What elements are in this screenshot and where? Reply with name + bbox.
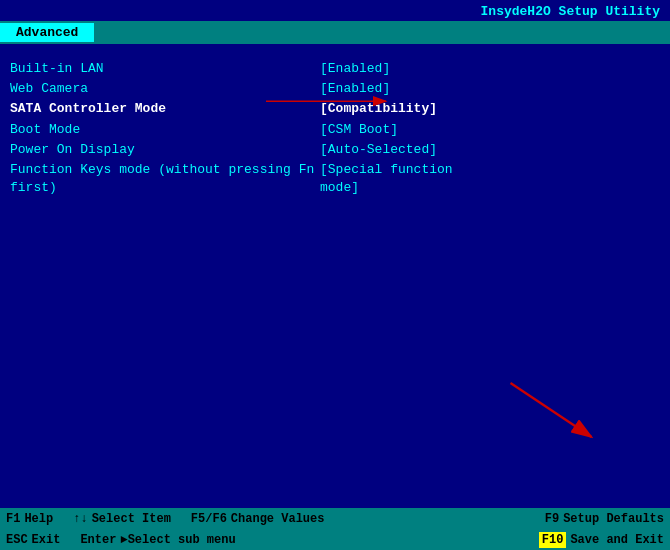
settings-table: Built-in LAN [Enabled] Web Camera [Enabl… (10, 60, 660, 197)
desc-submenu: ►Select sub menu (120, 533, 235, 547)
tab-bar: Advanced (0, 21, 670, 44)
status-row-2: ESC Exit Enter ►Select sub menu F10 Save… (0, 529, 670, 550)
setting-value-sata: [Compatibility] (320, 100, 660, 118)
key-f1: F1 (6, 512, 20, 526)
setting-value-webcamera: [Enabled] (320, 80, 660, 98)
app-title: InsydeH2O Setup Utility (481, 4, 660, 19)
tab-advanced[interactable]: Advanced (0, 23, 94, 42)
table-row[interactable]: Boot Mode [CSM Boot] (10, 121, 660, 139)
table-row[interactable]: Web Camera [Enabled] (10, 80, 660, 98)
key-f5f6: F5/F6 (191, 512, 227, 526)
key-arrows: ↑↓ (73, 512, 87, 526)
setting-name-webcamera: Web Camera (10, 80, 320, 98)
title-bar: InsydeH2O Setup Utility (0, 0, 670, 21)
status-f10: F10 Save and Exit (539, 532, 664, 548)
status-f5f6: F5/F6 Change Values (191, 512, 325, 526)
status-f1: F1 Help (6, 512, 53, 526)
table-row[interactable]: Function Keys mode (without pressing Fn … (10, 161, 660, 197)
status-bar: F1 Help ↑↓ Select Item F5/F6 Change Valu… (0, 508, 670, 550)
table-row-selected[interactable]: SATA Controller Mode [Compatibility] (10, 100, 660, 118)
status-esc: ESC Exit (6, 533, 60, 547)
table-row[interactable]: Built-in LAN [Enabled] (10, 60, 660, 78)
status-row-1: F1 Help ↑↓ Select Item F5/F6 Change Valu… (0, 508, 670, 529)
annotation-arrow-down (0, 374, 670, 464)
setting-name-powerondisplay: Power On Display (10, 141, 320, 159)
setting-name-bootmode: Boot Mode (10, 121, 320, 139)
main-content: Built-in LAN [Enabled] Web Camera [Enabl… (0, 44, 670, 472)
status-arrows: ↑↓ Select Item (73, 512, 171, 526)
setting-value-builtin-lan: [Enabled] (320, 60, 660, 78)
key-f10[interactable]: F10 (539, 532, 567, 548)
key-esc: ESC (6, 533, 28, 547)
svg-line-3 (511, 383, 592, 437)
setting-value-bootmode: [CSM Boot] (320, 121, 660, 139)
status-f9: F9 Setup Defaults (545, 512, 664, 526)
key-enter: Enter (80, 533, 116, 547)
setting-value-powerondisplay: [Auto-Selected] (320, 141, 660, 159)
status-enter: Enter ►Select sub menu (80, 533, 235, 547)
table-row[interactable]: Power On Display [Auto-Selected] (10, 141, 660, 159)
key-f9: F9 (545, 512, 559, 526)
desc-setup: Setup Defaults (563, 512, 664, 526)
setting-name-sata: SATA Controller Mode (10, 100, 320, 118)
setting-name-builtin-lan: Built-in LAN (10, 60, 320, 78)
desc-exit: Exit (32, 533, 61, 547)
desc-save: Save and Exit (570, 533, 664, 547)
desc-help: Help (24, 512, 53, 526)
setting-name-fnkeys: Function Keys mode (without pressing Fn … (10, 161, 320, 197)
desc-change-values: Change Values (231, 512, 325, 526)
setting-value-fnkeys: [Special function mode] (320, 161, 660, 197)
desc-select-item: Select Item (92, 512, 171, 526)
